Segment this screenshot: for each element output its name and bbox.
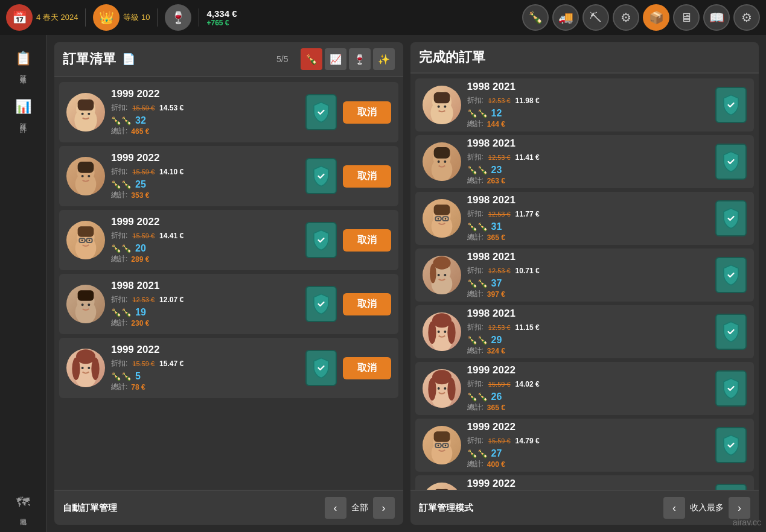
discount-label: 折扣: — [111, 166, 127, 177]
order-avatar — [66, 221, 105, 259]
total-label: 總計: — [111, 382, 127, 392]
completed-order-year: 1998 2021 — [467, 194, 710, 206]
completed-shield — [715, 257, 747, 293]
order-price-row: 折扣: 15.59 € 14.10 € — [111, 166, 299, 177]
sidebar-item-map[interactable]: 🗺 地圖 — [5, 484, 41, 526]
order-price: 14.41 € — [159, 232, 184, 240]
cancel-button[interactable]: 取消 — [343, 357, 391, 379]
order-price-row: 折扣: 15.59 € 14.53 € — [111, 103, 299, 113]
calendar-icon[interactable]: 📅 — [6, 4, 33, 31]
completed-shield — [715, 427, 747, 463]
order-qty: 20 — [135, 243, 146, 254]
completed-wine-icon: 🍾🍾 — [467, 335, 488, 345]
total-amount: 230 € — [131, 319, 149, 328]
order-card: 1999 2022 折扣: 15.59 € 14.41 € 🍾🍾 20 總計: … — [59, 210, 398, 270]
completed-original-price: 15.59 € — [488, 381, 511, 388]
order-price: 14.53 € — [159, 104, 184, 112]
completed-order-avatar — [423, 312, 461, 351]
completed-total-row: 總計: 263 € — [467, 176, 710, 186]
total-amount: 289 € — [131, 255, 149, 264]
cancel-button[interactable]: 取消 — [343, 229, 391, 252]
right-next-btn[interactable]: › — [729, 497, 750, 519]
order-card: 1999 2022 折扣: 15.59 € 14.10 € 🍾🍾 25 總計: … — [59, 146, 398, 206]
separator — [85, 8, 86, 27]
book-btn[interactable]: 📖 — [703, 4, 730, 31]
order-info: 1999 2022 折扣: 15.59 € 15.47 € 🍾🍾 5 總計: 7… — [111, 344, 299, 392]
svg-rect-72 — [433, 431, 450, 442]
completed-wine-icon: 🍾🍾 — [467, 109, 488, 118]
completed-order-card: 1999 2022 折扣: 15.59 € 14.79 € 🍾🍾 27 總計: … — [415, 419, 755, 472]
completed-order-avatar — [423, 142, 461, 181]
svg-point-17 — [81, 239, 83, 241]
order-shield — [305, 94, 337, 130]
completed-order-card: 1998 2021 折扣: 12.53 € 11.15 € 🍾🍾 29 總計: … — [415, 305, 755, 358]
completed-order-year: 1998 2021 — [467, 251, 710, 263]
cancel-button[interactable]: 取消 — [343, 101, 391, 124]
order-year: 1999 2022 — [111, 344, 299, 356]
svg-point-9 — [81, 175, 84, 177]
filter-bottles-btn[interactable]: 🍷 — [349, 48, 371, 70]
completed-order-year: 1998 2021 — [467, 138, 710, 150]
cancel-button[interactable]: 取消 — [343, 293, 391, 315]
completed-orders-list: 1998 2021 折扣: 12.53 € 11.98 € 🍾🍾 12 總計: … — [410, 74, 759, 490]
left-nav-text: 全部 — [351, 502, 368, 513]
wine-transport-icon[interactable]: 🍷 — [165, 4, 191, 31]
right-panel-header: 完成的訂單 — [410, 42, 759, 74]
completed-discount-label: 折扣: — [467, 209, 484, 219]
svg-point-29 — [81, 367, 84, 369]
svg-point-67 — [447, 378, 455, 401]
orders-sidebar-icon: 📋 — [15, 51, 31, 66]
completed-wine-icon: 🍾🍾 — [467, 165, 488, 175]
completed-qty: 26 — [491, 391, 502, 402]
right-prev-btn[interactable]: ‹ — [663, 497, 685, 519]
order-price-row: 折扣: 15.59 € 14.41 € — [111, 230, 299, 241]
left-panel-header: 訂單清單 📄 5/5 🍾 📈 🍷 ✨ — [54, 42, 403, 77]
completed-price: 14.79 € — [515, 437, 540, 445]
order-price-row: 折扣: 15.59 € 15.47 € — [111, 358, 299, 369]
season-text: 4 春天 2024 — [36, 12, 78, 23]
order-qty-row: 🍾🍾 25 — [111, 179, 299, 190]
rank-icon[interactable]: 👑 — [93, 4, 120, 31]
original-price: 12.53 € — [132, 296, 155, 303]
cancel-button[interactable]: 取消 — [343, 165, 391, 188]
svg-point-48 — [437, 218, 439, 220]
order-year: 1999 2022 — [111, 88, 299, 100]
completed-shield — [715, 87, 747, 123]
order-year: 1999 2022 — [111, 216, 299, 228]
level-badge: 等級 10 — [123, 12, 150, 23]
completed-wine-icon: 🍾🍾 — [467, 222, 488, 232]
order-shield — [305, 350, 337, 386]
winery-btn[interactable]: 🍾 — [522, 4, 549, 31]
completed-shield — [715, 484, 747, 490]
svg-point-62 — [444, 331, 446, 333]
completed-total-row: 總計: 365 € — [467, 232, 710, 242]
completed-total-label: 總計: — [467, 402, 484, 413]
svg-point-40 — [437, 160, 439, 163]
filter-chart-btn[interactable]: 📈 — [325, 48, 346, 70]
left-next-btn[interactable]: › — [373, 497, 395, 519]
svg-point-30 — [88, 367, 90, 369]
filter-wine-btn[interactable]: 🍾 — [301, 48, 322, 70]
filter-star-btn[interactable]: ✨ — [373, 48, 395, 70]
delivery-btn[interactable]: 🚚 — [552, 4, 579, 31]
cellar-btn[interactable]: ⛏ — [582, 4, 609, 31]
topbar-left: 📅 4 春天 2024 👑 等級 10 🍷 4,334 € +765 € — [6, 4, 237, 31]
completed-price: 10.71 € — [515, 267, 540, 275]
sidebar-item-orders[interactable]: 📋 訂單清單 — [5, 41, 41, 83]
settings-btn[interactable]: ⚙ — [613, 4, 639, 31]
completed-discount-label: 折扣: — [467, 379, 484, 389]
original-price: 15.59 € — [132, 168, 155, 176]
completed-order-card: 1998 2021 折扣: 12.53 € 11.77 € 🍾🍾 31 總計: … — [415, 192, 755, 245]
sidebar-item-stats[interactable]: 📊 訂單統計 — [5, 89, 41, 131]
order-mode-label: 訂單管理模式 — [419, 502, 473, 514]
right-footer-nav: ‹ 收入最多 › — [663, 497, 750, 519]
completed-total-row: 總計: 400 € — [467, 459, 710, 469]
completed-discount-label: 折扣: — [467, 322, 484, 332]
completed-original-price: 12.53 € — [488, 154, 511, 161]
document-icon: 📄 — [122, 52, 135, 66]
config-btn[interactable]: ⚙ — [733, 4, 760, 31]
wine-bottles-icon: 🍾🍾 — [111, 116, 132, 125]
orders-btn[interactable]: 📦 — [643, 4, 669, 31]
left-prev-btn[interactable]: ‹ — [325, 497, 346, 519]
monitor-btn[interactable]: 🖥 — [673, 4, 700, 31]
